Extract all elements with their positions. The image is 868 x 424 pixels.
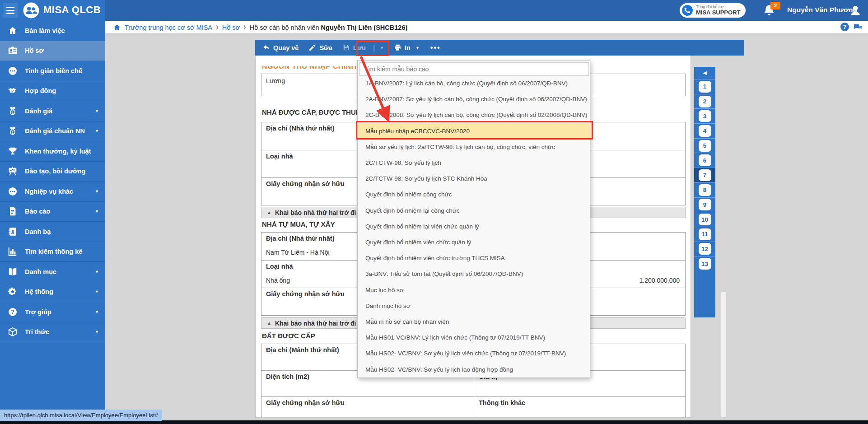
save-caret-icon[interactable]: ▼ [380,46,384,50]
home-icon [8,26,18,36]
print-template-item[interactable]: Quyết định bổ nhiệm lại viên chức quản l… [358,219,591,234]
sidebar-item-9[interactable]: Nghiệp vụ khác▼ [0,182,105,202]
field-value: Nhà ống [266,277,290,284]
print-template-item[interactable]: Quyết định bổ nhiệm viên chức trường THC… [358,250,591,266]
easel-icon [8,166,18,176]
sidebar-item-5[interactable]: 1Đánh giá▼ [0,101,105,121]
breadcrumb-section-link[interactable]: Hồ sơ [222,24,240,31]
sidebar-item-label: Báo cáo [25,208,50,215]
sidebar-item-11[interactable]: Danh bạ [0,222,105,242]
sidebar-item-4[interactable]: Hợp đồng [0,81,105,102]
print-template-item[interactable]: 1A-BNV/2007: Lý lịch cán bộ, công chức (… [358,75,591,91]
print-template-item[interactable]: Quyết định bổ nhiệm lại công chức [358,203,591,219]
sidebar-item-label: Tri thức [25,328,49,335]
print-button[interactable]: In ▼ [394,44,420,51]
sidebar-item-label: Trợ giúp [25,308,51,316]
user-avatar-icon[interactable] [849,4,862,17]
page-nav-button-13[interactable]: 13 [694,256,715,271]
page-nav-button-1[interactable]: 1 [694,79,715,94]
chart-icon [8,247,18,256]
sidebar-item-8[interactable]: Đào tạo, bồi dưỡng [0,162,105,182]
page-nav-button-4[interactable]: 4 [694,123,715,138]
breadcrumb-org-link[interactable]: Trường trung học cơ sở MISA [125,24,212,31]
support-hotline-button[interactable]: Tổng đài hỗ trợ MISA SUPPORT [680,3,746,18]
sidebar-item-6[interactable]: 1Đánh giá chuẩn NN▼ [0,121,105,142]
home-icon[interactable] [113,23,121,32]
form-cell-left[interactable]: Giấy chứng nhận sở hữu [261,397,474,418]
back-button[interactable]: Quay về [262,44,299,51]
trophy-icon [8,146,18,156]
print-template-item[interactable]: 3a-BNV: Tiểu sử tóm tắt (Quyết định số 0… [358,266,591,282]
sidebar-item-label: Tinh giản biên chế [25,67,82,75]
chevron-down-icon: ▼ [95,209,99,214]
sidebar-item-label: Đào tạo, bồi dưỡng [25,168,85,175]
sidebar-item-1[interactable]: Bàn làm việc [0,21,105,41]
save-divider: | [373,44,375,51]
hamburger-menu-icon[interactable] [3,3,18,18]
sidebar-item-3[interactable]: Tinh giản biên chế [0,61,105,81]
print-template-item[interactable]: Danh mục hồ sơ [358,298,591,314]
collapse-bar-label: Khai báo nhà thứ hai trở đi [275,320,356,327]
page-number: 6 [699,154,711,166]
feedback-chat-icon[interactable] [853,23,863,32]
field-label: Loại nhà [266,153,293,160]
user-name[interactable]: Nguyễn Văn Phương [787,6,857,14]
status-url-tooltip: https://tplien.qlcb.misa.local/View/Empl… [0,410,162,421]
sidebar-item-14[interactable]: Hệ thống▼ [0,282,105,303]
template-search-input[interactable] [359,62,589,76]
svg-text:?: ? [11,309,14,315]
page-nav-button-3[interactable]: 3 [694,108,715,123]
print-template-item[interactable]: Quyết định bổ nhiệm công chức [358,186,591,202]
print-template-item[interactable]: Mẫu sơ yếu lý lịch: 2a/TCTW-98: Lý lịch … [358,139,591,155]
print-template-item[interactable]: 2C/TCTW-98: Sơ yếu lý lịch [358,155,591,171]
sidebar-item-15[interactable]: ?Trợ giúp▼ [0,302,105,322]
page-nav-button-11[interactable]: 11 [694,227,715,242]
print-template-item[interactable]: 2C-BNV/2008: Sơ yếu lý lịch cán bộ, công… [358,107,591,123]
page-nav-button-9[interactable]: 9 [694,197,715,212]
print-template-item-highlighted[interactable]: Mẫu phiếu nhập eCBCCVC-BNV/2020 [358,123,591,139]
form-cell-right[interactable]: Thông tin khác [474,397,685,418]
sidebar-item-16[interactable]: Tri thức▼ [0,322,105,343]
page-number: 8 [699,184,711,196]
page-nav-button-6[interactable]: 6 [694,153,715,168]
field-label: Địa chỉ (Nhà thứ nhất) [266,125,334,132]
chevron-down-icon: ▼ [95,270,99,274]
page-nav-button-5[interactable]: 5 [694,138,715,153]
sidebar-item-13[interactable]: Danh mục▼ [0,262,105,282]
print-template-item[interactable]: Mẫu HS02- VC/BNV: Sơ yếu lý lịch viên ch… [358,345,591,361]
page-nav-button-10[interactable]: 10 [694,212,715,227]
help-icon[interactable]: ? [840,23,849,31]
sidebar-item-label: Đánh giá chuẩn NN [25,127,85,135]
field-label: Diện tích (m2) [266,373,309,380]
sidebar-item-label: Danh mục [25,268,56,275]
page-nav-button-7[interactable]: 7 [694,168,715,182]
print-template-item[interactable]: 2A-BNV/2007: Sơ yếu lý lịch cán bộ, công… [358,91,591,107]
print-template-item[interactable]: Mẫu in hồ sơ cán bộ nhân viên [358,314,591,330]
print-template-item[interactable]: Mục lục hồ sơ [358,282,591,298]
field-label: Giấy chứng nhận sở hữu [266,399,345,406]
collapse-left-arrow-icon[interactable]: ◀ [694,67,715,79]
sidebar-item-10[interactable]: Báo cáo▼ [0,202,105,222]
sidebar-item-2[interactable]: Hồ sơ [0,41,105,61]
sidebar-item-12[interactable]: Tìm kiếm thống kê [0,242,105,262]
vertical-scrollbar[interactable] [721,292,727,418]
breadcrumb-separator: › [216,22,219,33]
page-nav-button-8[interactable]: 8 [694,182,715,197]
breadcrumb-separator: › [243,22,246,33]
chevron-down-icon: ▼ [95,109,99,113]
print-template-item[interactable]: Quyết định bổ nhiệm viên chức quản lý [358,234,591,250]
page-nav-button-2[interactable]: 2 [694,94,715,109]
more-actions-button[interactable]: ••• [430,44,441,52]
sidebar: Bàn làm việcHồ sơTinh giản biên chếHợp đ… [0,21,105,424]
field-label: Địa chỉ (Mảnh thứ nhất) [266,346,339,354]
edit-button[interactable]: Sửa [308,44,332,51]
print-template-item[interactable]: Mẫu HS02- VC/BNV: Sơ yếu lý lịch lao độn… [358,362,591,377]
sidebar-item-7[interactable]: Khen thưởng, kỷ luật [0,141,105,162]
field-label: Giấy chứng nhận sở hữu [266,290,345,298]
page-nav-button-12[interactable]: 12 [694,242,715,256]
print-template-item[interactable]: 2C/TCTW-98: Sơ yếu lý lịch STC Khánh Hòa [358,171,591,186]
triangle-up-icon: ▲ [267,210,271,215]
print-template-item[interactable]: Mẫu HS01-VC/BNV: Lý lịch viên chức (Thôn… [358,330,591,345]
sidebar-item-label: Hợp đồng [25,87,56,94]
save-button[interactable]: Lưu | ▼ [342,44,384,51]
